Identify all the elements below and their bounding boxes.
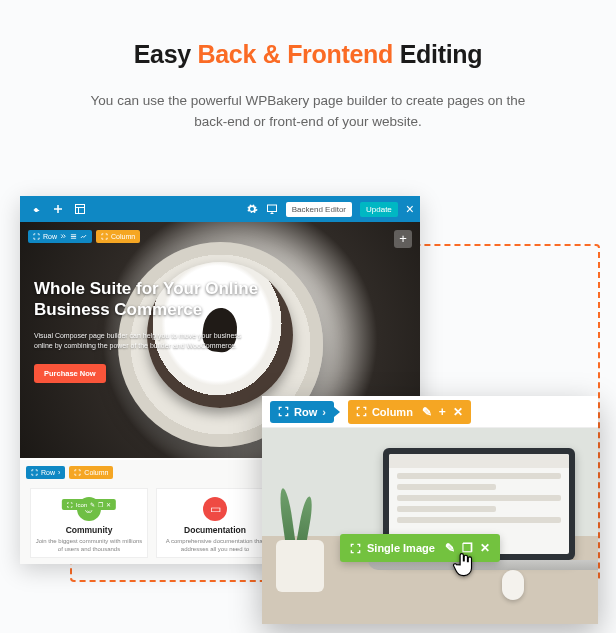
close-icon[interactable]: ✕ [480,541,490,555]
update-button[interactable]: Update [360,202,398,217]
responsive-icon[interactable] [266,203,278,215]
row-chip-2[interactable]: Row › [26,466,65,479]
panel-column-chip[interactable]: Column ✎ + ✕ [348,400,471,424]
card-community[interactable]: Icon ✎❐✕ ☺ Community Join the biggest co… [30,488,148,558]
column-chip-2[interactable]: Column [69,466,113,479]
card-title: Community [31,525,147,535]
panel-body: Single Image ✎ ❐ ✕ [262,428,598,624]
logo-icon [30,203,42,215]
headline-post: Editing [393,40,482,68]
template-icon[interactable] [74,203,86,215]
toolbar-right: Backend Editor Update × [246,202,414,217]
column-chip[interactable]: Column [96,230,140,243]
close-icon[interactable]: × [406,202,414,216]
panel-toolbar: Row › Column ✎ + ✕ [262,396,598,428]
gear-icon[interactable] [246,203,258,215]
col-chip-2-label: Column [84,469,108,476]
purchase-button[interactable]: Purchase Now [34,364,106,383]
cards-mini-toolbar: Row › Column [26,466,113,479]
documentation-icon: ▭ [203,497,227,521]
icon-chip-label: Icon [76,502,87,508]
plant [268,478,330,548]
add-icon[interactable] [52,203,64,215]
chip-separator [334,407,340,417]
editor-toolbar: Backend Editor Update × [20,196,420,222]
toolbar-left [26,203,86,215]
card-desc: A comprehensive documentation that addre… [157,537,273,553]
single-image-label: Single Image [367,542,435,554]
row-chip[interactable]: Row [28,230,92,243]
plant-pot [276,540,324,592]
hero-desc: Visual Composer page builder can help yo… [34,331,249,352]
edit-icon[interactable]: ✎ [422,405,432,419]
subtitle: You can use the powerful WPBakery page b… [73,91,543,133]
add-element-button[interactable]: + [394,230,412,248]
row-chip-2-label: Row [41,469,55,476]
laptop [374,448,584,584]
hero-title: Whole Suite for Your Online Business Com… [34,278,274,321]
panel-row-label: Row [294,406,317,418]
panel-col-label: Column [372,406,413,418]
hero-mini-toolbar: Row Column [28,230,140,243]
headline: Easy Back & Frontend Editing [0,0,616,69]
card-documentation[interactable]: ▭ Documentation A comprehensive document… [156,488,274,558]
backend-editor-button[interactable]: Backend Editor [286,202,352,217]
cursor-icon [452,552,478,578]
col-chip-label: Column [111,233,135,240]
close-icon[interactable]: ✕ [453,405,463,419]
panel-row-chip[interactable]: Row › [270,401,334,423]
overlay-panel: Row › Column ✎ + ✕ [262,396,598,624]
card-title: Documentation [157,525,273,535]
headline-pre: Easy [134,40,198,68]
mouse [502,570,524,600]
col-chip-actions: ✎ + ✕ [422,405,463,419]
icon-element-chip[interactable]: Icon ✎❐✕ [62,499,116,510]
hero-text: Whole Suite for Your Online Business Com… [34,278,274,383]
svg-rect-0 [76,205,85,214]
row-chip-label: Row [43,233,57,240]
svg-rect-1 [267,205,276,212]
page: Easy Back & Frontend Editing You can use… [0,0,616,633]
card-desc: Join the biggest community with millions… [31,537,147,553]
headline-accent: Back & Frontend [198,40,394,68]
plus-icon[interactable]: + [439,405,446,419]
chevron-right-icon: › [322,406,326,418]
